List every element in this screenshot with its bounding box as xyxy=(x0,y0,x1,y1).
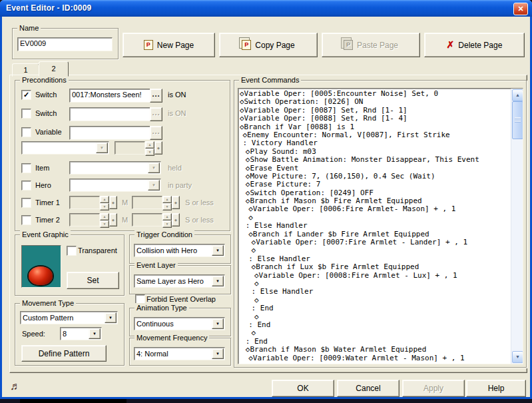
variable-compare-spinner[interactable]: ▲▼ ◆ xyxy=(115,141,162,155)
event-graphic-preview[interactable] xyxy=(21,245,61,288)
vertical-scrollbar[interactable]: ▲ ▼ xyxy=(511,89,523,364)
event-command-line[interactable]: ◇Variable Oper: [0009:Water Armlet - Mas… xyxy=(240,354,511,362)
variable-value[interactable] xyxy=(69,126,151,140)
timer2-minutes-spinner[interactable]: ▲▼ ◆ xyxy=(69,213,117,226)
event-command-line[interactable]: ◇ xyxy=(240,246,511,254)
scroll-down-icon[interactable]: ▼ xyxy=(512,351,523,363)
switch2-browse-button[interactable]: ... xyxy=(150,107,162,121)
event-command-line[interactable]: ◇Branch if Lux $b Fire Armlet Equipped xyxy=(240,263,511,271)
new-page-button[interactable]: P New Page xyxy=(123,33,215,57)
close-icon[interactable]: ✕ xyxy=(513,3,528,15)
name-input[interactable]: EV0009 xyxy=(17,37,113,51)
spin-up-icon[interactable]: ▲ xyxy=(162,196,172,203)
spin-up-icon[interactable]: ▲ xyxy=(145,141,154,149)
event-command-lines: ◇Variable Oper: [0005:Encounter Noise] S… xyxy=(240,90,511,364)
delete-page-button[interactable]: ✗ Delete Page xyxy=(424,33,525,57)
chevron-down-icon[interactable]: ▼ xyxy=(105,312,117,323)
animation-type-dropdown[interactable]: Continuous ▼ xyxy=(134,317,225,330)
movement-type-title: Movement Type xyxy=(20,298,76,308)
spin-extra-button[interactable]: ◆ xyxy=(172,213,180,226)
spin-extra-button[interactable]: ◆ xyxy=(109,213,117,226)
event-command-line[interactable]: ◇Variable Oper: [0006:Fire Armlet- Mason… xyxy=(240,205,511,213)
define-pattern-button[interactable]: Define Pattern xyxy=(21,345,107,362)
spin-down-icon[interactable]: ▼ xyxy=(162,220,172,228)
event-command-line[interactable]: ◇ xyxy=(240,329,511,337)
timer2-checkbox[interactable]: ✓ xyxy=(21,215,31,225)
event-command-line[interactable]: ◇Variable Oper: [0088] Set, Rnd [1- 4] xyxy=(240,115,511,123)
spin-extra-button[interactable]: ◆ xyxy=(154,141,162,155)
paste-page-button[interactable]: P Paste Page xyxy=(322,33,420,57)
timer1-seconds-spinner[interactable]: ▲▼ ◆ xyxy=(132,196,180,209)
variable-browse-button[interactable]: ... xyxy=(150,126,162,140)
event-command-line[interactable]: : Else Handler xyxy=(240,222,511,230)
chevron-down-icon[interactable]: ▼ xyxy=(212,348,224,359)
spin-up-icon[interactable]: ▲ xyxy=(162,213,172,220)
switch2-checkbox[interactable]: ✓ xyxy=(21,109,31,119)
chevron-down-icon[interactable]: ▼ xyxy=(148,163,160,173)
item-checkbox[interactable]: ✓ xyxy=(21,163,31,173)
music-note-icon[interactable]: ♬ xyxy=(10,380,21,392)
chevron-down-icon[interactable]: ▼ xyxy=(96,143,108,153)
movement-type-dropdown[interactable]: Custom Pattern ▼ xyxy=(20,311,118,324)
event-command-line[interactable]: : End xyxy=(240,321,511,329)
spin-up-icon[interactable]: ▲ xyxy=(100,213,109,220)
event-command-line[interactable]: ◇Branch if Mason $b Water Armlet Equippe… xyxy=(240,346,511,354)
chevron-down-icon[interactable]: ▼ xyxy=(89,328,101,339)
spin-down-icon[interactable]: ▼ xyxy=(100,220,109,228)
scroll-up-icon[interactable]: ▲ xyxy=(512,89,523,101)
window-title: Event Editor - ID:0009 xyxy=(6,3,91,13)
event-command-line[interactable]: ◇Show Battle Animation: Monster Disappea… xyxy=(240,156,511,164)
switch1-checkbox[interactable]: ✓ xyxy=(21,90,31,100)
chevron-down-icon[interactable]: ▼ xyxy=(212,276,224,286)
event-command-line[interactable]: : Victory Handler xyxy=(240,139,511,147)
switch1-browse-button[interactable]: ... xyxy=(150,89,162,103)
spin-extra-button[interactable]: ◆ xyxy=(109,196,117,209)
event-command-line[interactable]: : End xyxy=(240,304,511,312)
event-command-line[interactable]: ◇Switch Operation: [0226] ON xyxy=(240,98,511,106)
event-command-line[interactable]: ◇ xyxy=(240,296,511,304)
item-dropdown[interactable]: ▼ xyxy=(69,161,161,175)
switch1-value[interactable]: 0017:Monsters Seen! xyxy=(69,89,151,103)
event-commands-list[interactable]: ◇Variable Oper: [0005:Encounter Noise] S… xyxy=(238,88,523,364)
spin-down-icon[interactable]: ▼ xyxy=(145,149,154,156)
chevron-down-icon[interactable]: ▼ xyxy=(212,245,224,256)
ok-button[interactable]: OK xyxy=(272,380,334,397)
scrollbar-thumb[interactable] xyxy=(512,101,523,139)
copy-page-button[interactable]: P Copy Page xyxy=(219,33,318,57)
variable-compare-dropdown[interactable]: ▼ xyxy=(21,141,109,155)
transparent-checkbox[interactable]: ✓ xyxy=(67,246,77,256)
chevron-down-icon[interactable]: ▼ xyxy=(148,180,160,191)
tab-page-2[interactable]: 2 xyxy=(39,61,69,77)
switch2-value[interactable] xyxy=(69,107,151,121)
spin-up-icon[interactable]: ▲ xyxy=(100,196,109,203)
transparent-label: Transparent xyxy=(78,246,117,254)
help-button[interactable]: Help xyxy=(466,380,526,397)
variable-checkbox[interactable]: ✓ xyxy=(21,127,31,137)
hero-checkbox[interactable]: ✓ xyxy=(21,181,31,191)
cancel-button[interactable]: Cancel xyxy=(337,380,399,397)
cancel-label: Cancel xyxy=(356,384,380,393)
speed-dropdown[interactable]: 8 ▼ xyxy=(60,327,102,340)
event-command-line[interactable]: ◇Variable Oper: [0007:Fire Armlet - Land… xyxy=(240,238,511,246)
timer2-label: Timer 2 xyxy=(35,216,60,224)
spin-extra-button[interactable]: ◆ xyxy=(172,196,180,209)
title-bar[interactable]: Event Editor - ID:0009 ✕ xyxy=(0,0,532,17)
timer2-seconds-spinner[interactable]: ▲▼ ◆ xyxy=(132,213,180,226)
spin-down-icon[interactable]: ▼ xyxy=(162,203,172,210)
timer1-minutes-spinner[interactable]: ▲▼ ◆ xyxy=(69,196,117,209)
set-graphic-button[interactable]: Set xyxy=(67,272,119,289)
chevron-down-icon[interactable]: ▼ xyxy=(212,318,224,329)
event-command-line[interactable]: ◇Erase Picture: 7 xyxy=(240,181,511,189)
hero-dropdown[interactable]: ▼ xyxy=(69,179,161,192)
event-command-line[interactable]: ◇Variable Oper: [0008:Fire Armlet - Lux]… xyxy=(240,272,511,280)
timer1-checkbox[interactable]: ✓ xyxy=(21,198,31,208)
trigger-condition-dropdown[interactable]: Collision with Hero ▼ xyxy=(134,244,225,257)
event-layer-dropdown[interactable]: Same Layer as Hero ▼ xyxy=(134,274,225,288)
movement-frequency-dropdown[interactable]: 4: Normal ▼ xyxy=(134,347,225,360)
apply-label: Apply xyxy=(423,384,443,393)
event-command-line[interactable]: ◇ xyxy=(240,313,511,321)
variable-label: Variable xyxy=(35,128,62,136)
event-command-line[interactable]: : Else Handler xyxy=(240,288,511,296)
spin-down-icon[interactable]: ▼ xyxy=(100,203,109,210)
apply-button[interactable]: Apply xyxy=(402,380,465,397)
